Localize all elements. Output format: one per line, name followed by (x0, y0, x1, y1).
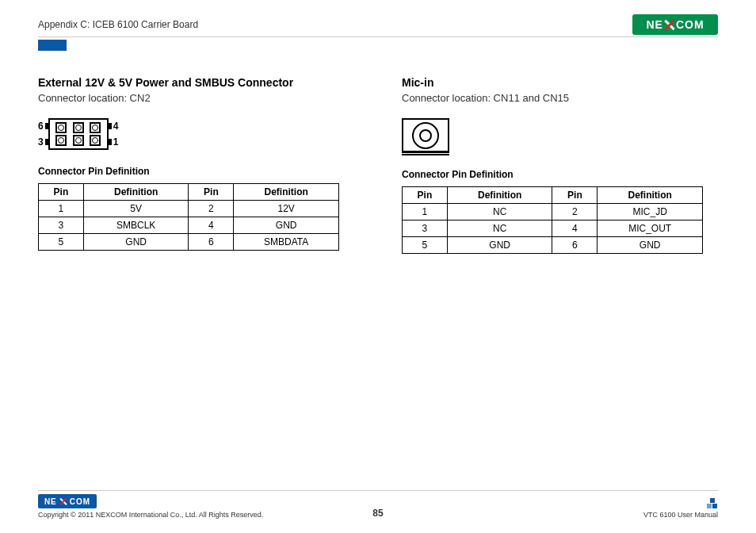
left-section-subtitle: Connector location: CN2 (38, 92, 354, 104)
jack-outer-icon (412, 122, 439, 149)
cell-def: GND (83, 234, 189, 251)
cell-def: SMBCLK (83, 217, 189, 234)
right-table-title: Connector Pin Definition (402, 169, 718, 180)
cell-def: MIC_OUT (598, 220, 703, 237)
table-header-row: Pin Definition Pin Definition (39, 184, 339, 201)
pin-label-6: 6 (38, 121, 44, 132)
cell-pin: 5 (403, 237, 448, 254)
cell-def: SMBDATA (234, 234, 339, 251)
th-pin: Pin (39, 184, 84, 201)
mic-jack-diagram (402, 118, 449, 153)
pin-icon (55, 135, 67, 146)
table-row: 3 SMBCLK 4 GND (39, 217, 339, 234)
pin-label-1: 1 (113, 136, 119, 148)
table-header-row: Pin Definition Pin Definition (403, 187, 703, 204)
footer-right: VTC 6100 User Manual (643, 498, 718, 519)
cell-def: 12V (234, 201, 339, 217)
table-row: 5 GND 6 GND (403, 237, 703, 254)
th-def: Definition (598, 187, 703, 204)
th-def: Definition (447, 187, 552, 204)
copyright-text: Copyright © 2011 NEXCOM International Co… (38, 511, 263, 519)
cell-pin: 6 (552, 237, 598, 254)
pin-icon (73, 122, 84, 133)
table-row: 1 NC 2 MIC_JD (403, 204, 703, 220)
cell-def: 5V (83, 201, 189, 217)
connector-body-icon (48, 118, 109, 150)
cell-pin: 1 (403, 204, 448, 220)
cell-pin: 1 (39, 201, 84, 217)
th-pin: Pin (403, 187, 448, 204)
cell-pin: 3 (403, 220, 448, 237)
diagram-right-labels: 4 1 (113, 121, 119, 148)
manual-name: VTC 6100 User Manual (643, 511, 718, 519)
cell-def: NC (447, 220, 552, 237)
th-def: Definition (234, 184, 339, 201)
footer-row: NECOM Copyright © 2011 NEXCOM Internatio… (38, 494, 718, 519)
appendix-title: Appendix C: ICEB 6100 Carrier Board (38, 19, 198, 30)
cell-pin: 2 (189, 201, 234, 217)
cell-def: GND (598, 237, 703, 254)
header-accent-block (38, 40, 67, 51)
content-area: External 12V & 5V Power and SMBUS Connec… (38, 76, 718, 254)
th-pin: Pin (552, 187, 598, 204)
logo-x-icon (664, 19, 675, 30)
cell-pin: 6 (189, 234, 234, 251)
footer-rule (38, 490, 718, 491)
pin-label-4: 4 (113, 121, 119, 132)
cell-def: GND (447, 237, 552, 254)
pin-icon (55, 122, 67, 133)
cell-def: NC (447, 204, 552, 220)
table-row: 3 NC 4 MIC_OUT (403, 220, 703, 237)
cell-pin: 3 (39, 217, 84, 234)
pin-icon (90, 135, 101, 146)
right-column: Mic-in Connector location: CN11 and CN15… (402, 76, 718, 254)
table-row: 1 5V 2 12V (39, 201, 339, 217)
cell-def: GND (234, 217, 339, 234)
cell-pin: 2 (552, 204, 598, 220)
pin-label-3: 3 (38, 136, 44, 148)
cell-pin: 4 (189, 217, 234, 234)
cell-def: MIC_JD (598, 204, 703, 220)
cell-pin: 4 (552, 220, 598, 237)
right-section-subtitle: Connector location: CN11 and CN15 (402, 92, 718, 104)
pin-icon (73, 135, 84, 146)
page-number: 85 (372, 508, 383, 519)
jack-inner-icon (419, 129, 432, 142)
right-section-title: Mic-in (402, 76, 718, 89)
table-row: 5 GND 6 SMBDATA (39, 234, 339, 251)
logo-x-icon (59, 497, 67, 505)
left-section-title: External 12V & 5V Power and SMBUS Connec… (38, 76, 354, 89)
left-table-title: Connector Pin Definition (38, 166, 354, 177)
left-column: External 12V & 5V Power and SMBUS Connec… (38, 76, 354, 254)
corner-mark-icon (707, 498, 718, 509)
footer-brand-logo: NECOM (38, 494, 97, 508)
right-pin-table: Pin Definition Pin Definition 1 NC 2 MIC… (402, 186, 703, 254)
cell-pin: 5 (39, 234, 84, 251)
brand-logo: NECOM (632, 14, 718, 35)
page-header: Appendix C: ICEB 6100 Carrier Board NECO… (38, 14, 718, 35)
footer-left: NECOM Copyright © 2011 NEXCOM Internatio… (38, 494, 263, 519)
th-pin: Pin (189, 184, 234, 201)
page-footer: NECOM Copyright © 2011 NEXCOM Internatio… (38, 490, 718, 519)
pin-icon (90, 122, 101, 133)
th-def: Definition (83, 184, 189, 201)
header-rule (38, 36, 718, 37)
left-pin-table: Pin Definition Pin Definition 1 5V 2 12V… (38, 183, 339, 251)
power-connector-diagram: 6 3 4 1 (38, 118, 354, 150)
diagram-left-labels: 6 3 (38, 121, 44, 148)
